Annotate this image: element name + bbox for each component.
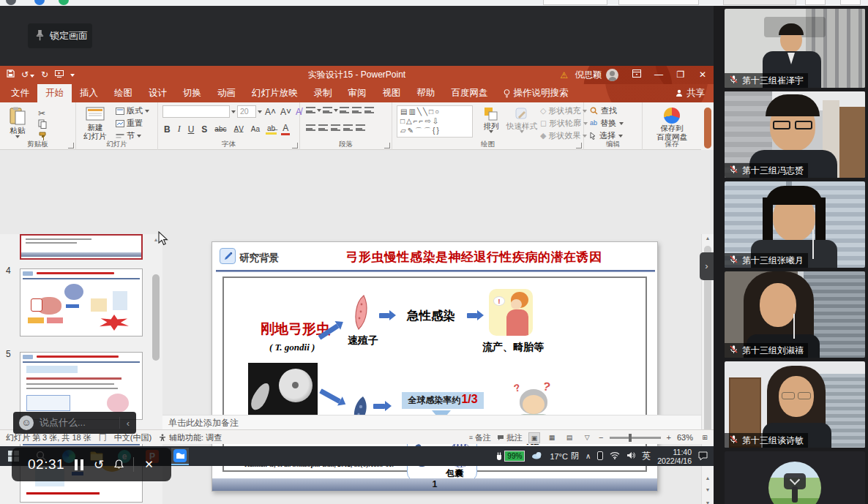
- weather-widget[interactable]: 17°C 阴: [550, 451, 579, 462]
- paragraph-dialog-launcher[interactable]: [384, 143, 390, 148]
- bullets-button[interactable]: [306, 107, 315, 113]
- account-avatar[interactable]: [606, 69, 618, 81]
- participant-tile[interactable]: [725, 451, 865, 504]
- tab-draw[interactable]: 绘图: [106, 84, 141, 102]
- strikethrough-button[interactable]: abc: [213, 125, 228, 133]
- align-right-button[interactable]: [331, 124, 340, 131]
- account-name[interactable]: 倪思颖: [575, 69, 602, 81]
- justify-button[interactable]: [343, 124, 353, 131]
- warning-icon[interactable]: ⚠: [560, 70, 568, 80]
- qat-customize-icon[interactable]: [70, 74, 75, 77]
- share-button[interactable]: 共享: [676, 84, 705, 102]
- highlight-color-button[interactable]: ab̶: [266, 124, 277, 135]
- tab-transitions[interactable]: 切换: [175, 84, 209, 102]
- volume-icon[interactable]: [626, 451, 635, 461]
- slide-sorter-view-button[interactable]: ▦: [546, 432, 558, 443]
- tab-design[interactable]: 设计: [141, 84, 175, 102]
- comments-toggle[interactable]: 批注: [497, 432, 523, 443]
- zoom-slider[interactable]: [610, 437, 661, 439]
- new-slide-button[interactable]: 新建幻灯片: [79, 104, 111, 140]
- increase-indent-button[interactable]: [352, 107, 362, 113]
- tab-file[interactable]: 文件: [3, 84, 37, 102]
- align-left-button[interactable]: [306, 124, 315, 131]
- paste-button[interactable]: 粘贴: [3, 104, 32, 138]
- decrease-font-icon[interactable]: A˅: [279, 107, 293, 117]
- reset-button[interactable]: 重置: [116, 119, 143, 128]
- recording-control-bar[interactable]: 02:31 ↺ ✕: [12, 448, 171, 481]
- columns-button[interactable]: [356, 124, 365, 131]
- align-center-button[interactable]: [318, 124, 328, 131]
- underline-button[interactable]: U: [187, 124, 196, 135]
- next-slide-button[interactable]: ▼: [703, 487, 712, 492]
- tab-record[interactable]: 录制: [306, 84, 340, 102]
- notification-center-icon[interactable]: [698, 451, 708, 462]
- notes-area[interactable]: 单击此处添加备注: [162, 415, 701, 429]
- font-size-dropdown[interactable]: [258, 110, 262, 113]
- redo-icon[interactable]: ↻: [41, 66, 48, 84]
- participant-tile[interactable]: 第十三组张曦月: [725, 181, 865, 268]
- notes-toggle[interactable]: ≡备注: [469, 432, 491, 443]
- zoom-slider-thumb[interactable]: [629, 434, 632, 442]
- shadow-button[interactable]: S: [200, 124, 209, 135]
- tab-animations[interactable]: 动画: [209, 84, 244, 102]
- increase-font-icon[interactable]: A˄: [263, 107, 277, 117]
- decrease-indent-button[interactable]: [340, 107, 349, 113]
- clipboard-dialog-launcher[interactable]: [68, 143, 74, 148]
- font-name-dropdown[interactable]: [231, 110, 236, 113]
- find-button[interactable]: 查找: [590, 106, 617, 116]
- reading-view-button[interactable]: ▤: [564, 432, 575, 443]
- line-spacing-button[interactable]: [364, 107, 374, 113]
- normal-view-button[interactable]: ▣: [528, 432, 540, 443]
- hidden-icons-chevron[interactable]: ∧: [585, 452, 591, 460]
- font-dialog-launcher[interactable]: [292, 143, 298, 148]
- emoji-icon[interactable]: ☺: [19, 415, 34, 430]
- layout-button[interactable]: 版式: [116, 106, 149, 116]
- save-to-baidu-button[interactable]: 保存到百度网盘: [653, 105, 691, 141]
- thumbnail-slide-4[interactable]: [20, 268, 143, 336]
- shapes-gallery[interactable]: ▤▥╲╲□○ □△⌐⌐⇨⇩ ▱✎⌒⌒{}: [397, 105, 473, 138]
- wifi-icon[interactable]: [610, 451, 620, 461]
- battery-indicator[interactable]: 99%: [495, 451, 525, 462]
- previous-slide-button[interactable]: ▲: [703, 475, 712, 481]
- thumbnail-slide-5[interactable]: [20, 352, 143, 420]
- participant-tile[interactable]: 第十三组崔泽宇: [725, 9, 865, 88]
- bell-icon[interactable]: [114, 459, 124, 470]
- font-color-button[interactable]: A: [281, 123, 290, 135]
- scrollbar-thumb[interactable]: [704, 108, 711, 148]
- stop-recording-close-icon[interactable]: ✕: [144, 458, 154, 471]
- numbering-button[interactable]: [323, 107, 332, 113]
- accessibility-status[interactable]: 辅助功能: 调查: [159, 432, 222, 443]
- cut-button[interactable]: ✂: [38, 106, 45, 119]
- drawing-dialog-launcher[interactable]: [576, 143, 582, 148]
- shape-fill-button[interactable]: ◇形状填充: [540, 106, 587, 116]
- sidebar-collapse-chevron[interactable]: ›: [700, 252, 714, 280]
- scrollbar-thumb[interactable]: [152, 274, 160, 361]
- save-icon[interactable]: [7, 66, 15, 84]
- quick-styles-button[interactable]: 快速样式: [505, 104, 539, 133]
- ime-indicator[interactable]: 英: [642, 450, 651, 462]
- phone-link-icon[interactable]: [597, 451, 603, 462]
- participant-tile[interactable]: 第十三组冯志赟: [725, 91, 865, 178]
- start-slideshow-icon[interactable]: [55, 66, 64, 84]
- tab-help[interactable]: 帮助: [409, 84, 444, 102]
- restore-button[interactable]: ❐: [670, 66, 692, 84]
- tencent-meeting-taskbar-icon[interactable]: [171, 448, 189, 465]
- restart-icon[interactable]: ↺: [94, 457, 104, 473]
- fit-slide-button[interactable]: ⊞: [699, 432, 711, 443]
- ribbon-display-options-icon[interactable]: [626, 66, 648, 84]
- pause-icon[interactable]: [75, 459, 83, 470]
- zoom-in-button[interactable]: +: [667, 433, 671, 442]
- minimize-button[interactable]: —: [648, 66, 670, 84]
- replace-button[interactable]: ab替换: [590, 119, 624, 128]
- scroll-up-arrow[interactable]: ▲: [151, 235, 160, 244]
- font-name-input[interactable]: [162, 105, 230, 118]
- scroll-down-arrow[interactable]: ▼: [703, 500, 712, 504]
- arrange-button[interactable]: 排列: [479, 104, 504, 133]
- bold-button[interactable]: B: [162, 124, 172, 135]
- italic-button[interactable]: I: [176, 124, 182, 135]
- slideshow-view-button[interactable]: ▽: [581, 432, 593, 443]
- zoom-level[interactable]: 63%: [677, 433, 693, 442]
- weather-icon[interactable]: [531, 451, 543, 461]
- scroll-up-arrow[interactable]: ▲: [703, 236, 712, 241]
- font-size-input[interactable]: 20: [237, 105, 256, 118]
